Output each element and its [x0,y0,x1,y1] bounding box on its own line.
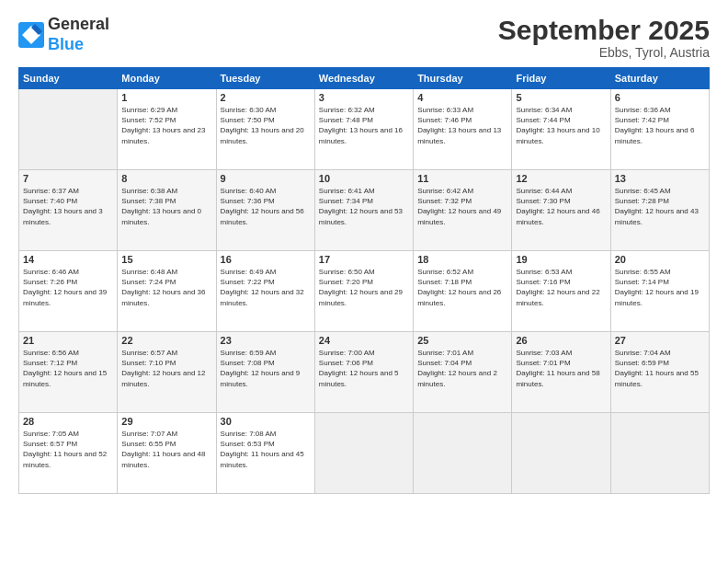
day-number: 28 [23,416,113,427]
calendar-table: SundayMondayTuesdayWednesdayThursdayFrid… [18,67,710,494]
weekday-header-friday: Friday [512,68,610,89]
day-number: 26 [516,335,606,346]
day-number: 6 [615,92,705,103]
day-number: 1 [121,92,211,103]
day-number: 18 [417,254,507,265]
weekday-header-saturday: Saturday [610,68,709,89]
calendar-cell: 3Sunrise: 6:32 AMSunset: 7:48 PMDaylight… [314,89,413,170]
day-number: 19 [516,254,606,265]
weekday-header-thursday: Thursday [414,68,512,89]
weekday-header-tuesday: Tuesday [216,68,314,89]
day-info: Sunrise: 6:37 AMSunset: 7:40 PMDaylight:… [23,186,113,227]
logo: General Blue [18,15,109,54]
day-number: 14 [23,254,113,265]
calendar-cell: 12Sunrise: 6:44 AMSunset: 7:30 PMDayligh… [512,170,610,251]
weekday-header-monday: Monday [118,68,216,89]
calendar-cell: 19Sunrise: 6:53 AMSunset: 7:16 PMDayligh… [512,251,610,332]
calendar-cell: 22Sunrise: 6:57 AMSunset: 7:10 PMDayligh… [118,332,216,413]
day-info: Sunrise: 6:57 AMSunset: 7:10 PMDaylight:… [121,348,211,389]
calendar-cell: 6Sunrise: 6:36 AMSunset: 7:42 PMDaylight… [610,89,709,170]
week-row-3: 14Sunrise: 6:46 AMSunset: 7:26 PMDayligh… [19,251,710,332]
month-title: September 2025 [498,15,710,45]
day-info: Sunrise: 7:07 AMSunset: 6:55 PMDaylight:… [121,429,211,470]
day-info: Sunrise: 6:55 AMSunset: 7:14 PMDaylight:… [615,267,705,308]
calendar-cell: 21Sunrise: 6:56 AMSunset: 7:12 PMDayligh… [19,332,118,413]
day-info: Sunrise: 7:01 AMSunset: 7:04 PMDaylight:… [417,348,507,389]
day-number: 8 [121,173,211,184]
day-info: Sunrise: 6:30 AMSunset: 7:50 PMDaylight:… [221,105,311,146]
calendar-cell [610,413,709,494]
day-info: Sunrise: 6:33 AMSunset: 7:46 PMDaylight:… [417,105,507,146]
day-number: 13 [615,173,705,184]
day-number: 3 [319,92,409,103]
calendar-cell [314,413,413,494]
calendar-cell: 16Sunrise: 6:49 AMSunset: 7:22 PMDayligh… [216,251,314,332]
calendar-cell: 1Sunrise: 6:29 AMSunset: 7:52 PMDaylight… [118,89,216,170]
logo-general: General [48,15,109,33]
day-number: 9 [221,173,311,184]
calendar-cell: 7Sunrise: 6:37 AMSunset: 7:40 PMDaylight… [19,170,118,251]
day-info: Sunrise: 6:59 AMSunset: 7:08 PMDaylight:… [221,348,311,389]
day-number: 24 [319,335,409,346]
day-info: Sunrise: 6:49 AMSunset: 7:22 PMDaylight:… [221,267,311,308]
calendar-cell: 28Sunrise: 7:05 AMSunset: 6:57 PMDayligh… [19,413,118,494]
day-number: 5 [516,92,606,103]
day-number: 7 [23,173,113,184]
week-row-1: 1Sunrise: 6:29 AMSunset: 7:52 PMDaylight… [19,89,710,170]
day-info: Sunrise: 6:38 AMSunset: 7:38 PMDaylight:… [121,186,211,227]
day-number: 21 [23,335,113,346]
day-info: Sunrise: 6:53 AMSunset: 7:16 PMDaylight:… [516,267,606,308]
day-info: Sunrise: 6:46 AMSunset: 7:26 PMDaylight:… [23,267,113,308]
day-info: Sunrise: 6:44 AMSunset: 7:30 PMDaylight:… [516,186,606,227]
title-block: September 2025 Ebbs, Tyrol, Austria [498,15,710,60]
calendar-cell: 11Sunrise: 6:42 AMSunset: 7:32 PMDayligh… [414,170,512,251]
day-info: Sunrise: 7:03 AMSunset: 7:01 PMDaylight:… [516,348,606,389]
calendar-cell: 30Sunrise: 7:08 AMSunset: 6:53 PMDayligh… [216,413,314,494]
calendar-cell: 25Sunrise: 7:01 AMSunset: 7:04 PMDayligh… [414,332,512,413]
day-number: 4 [417,92,507,103]
logo-blue: Blue [48,35,84,53]
weekday-header-wednesday: Wednesday [314,68,413,89]
day-number: 16 [221,254,311,265]
calendar-cell: 17Sunrise: 6:50 AMSunset: 7:20 PMDayligh… [314,251,413,332]
day-number: 23 [221,335,311,346]
location-title: Ebbs, Tyrol, Austria [498,45,710,60]
calendar-cell: 15Sunrise: 6:48 AMSunset: 7:24 PMDayligh… [118,251,216,332]
day-info: Sunrise: 7:08 AMSunset: 6:53 PMDaylight:… [221,429,311,470]
day-info: Sunrise: 6:34 AMSunset: 7:44 PMDaylight:… [516,105,606,146]
day-info: Sunrise: 6:48 AMSunset: 7:24 PMDaylight:… [121,267,211,308]
calendar-cell [414,413,512,494]
day-info: Sunrise: 7:04 AMSunset: 6:59 PMDaylight:… [615,348,705,389]
day-info: Sunrise: 6:41 AMSunset: 7:34 PMDaylight:… [319,186,409,227]
calendar-cell: 9Sunrise: 6:40 AMSunset: 7:36 PMDaylight… [216,170,314,251]
day-info: Sunrise: 6:42 AMSunset: 7:32 PMDaylight:… [417,186,507,227]
day-number: 11 [417,173,507,184]
day-number: 20 [615,254,705,265]
day-info: Sunrise: 6:45 AMSunset: 7:28 PMDaylight:… [615,186,705,227]
page: General Blue September 2025 Ebbs, Tyrol,… [0,0,728,563]
calendar-cell: 8Sunrise: 6:38 AMSunset: 7:38 PMDaylight… [118,170,216,251]
weekday-header-row: SundayMondayTuesdayWednesdayThursdayFrid… [19,68,710,89]
calendar-cell [512,413,610,494]
calendar-cell: 20Sunrise: 6:55 AMSunset: 7:14 PMDayligh… [610,251,709,332]
day-info: Sunrise: 6:50 AMSunset: 7:20 PMDaylight:… [319,267,409,308]
day-number: 27 [615,335,705,346]
week-row-2: 7Sunrise: 6:37 AMSunset: 7:40 PMDaylight… [19,170,710,251]
calendar-cell: 29Sunrise: 7:07 AMSunset: 6:55 PMDayligh… [118,413,216,494]
day-number: 2 [221,92,311,103]
day-number: 17 [319,254,409,265]
logo-text: General Blue [48,15,109,54]
calendar-cell: 14Sunrise: 6:46 AMSunset: 7:26 PMDayligh… [19,251,118,332]
day-info: Sunrise: 6:56 AMSunset: 7:12 PMDaylight:… [23,348,113,389]
day-number: 22 [121,335,211,346]
calendar-cell: 10Sunrise: 6:41 AMSunset: 7:34 PMDayligh… [314,170,413,251]
calendar-cell: 18Sunrise: 6:52 AMSunset: 7:18 PMDayligh… [414,251,512,332]
day-number: 30 [221,416,311,427]
day-info: Sunrise: 7:00 AMSunset: 7:06 PMDaylight:… [319,348,409,389]
header: General Blue September 2025 Ebbs, Tyrol,… [18,15,710,60]
day-info: Sunrise: 6:32 AMSunset: 7:48 PMDaylight:… [319,105,409,146]
day-number: 10 [319,173,409,184]
day-info: Sunrise: 6:52 AMSunset: 7:18 PMDaylight:… [417,267,507,308]
calendar-cell: 27Sunrise: 7:04 AMSunset: 6:59 PMDayligh… [610,332,709,413]
calendar-cell: 4Sunrise: 6:33 AMSunset: 7:46 PMDaylight… [414,89,512,170]
